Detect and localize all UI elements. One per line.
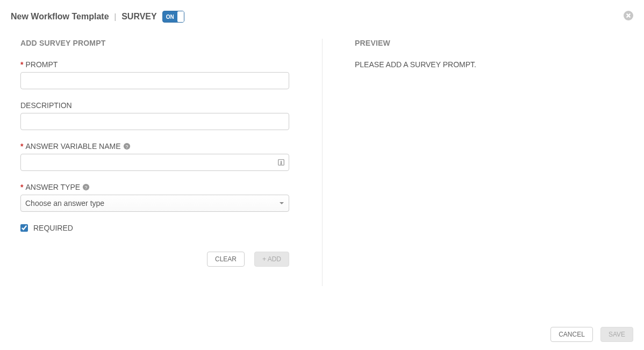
svg-text:?: ? [125,144,128,149]
survey-toggle[interactable]: ON [162,11,184,23]
answer-type-field: * ANSWER TYPE ? Choose an answer type [20,183,300,212]
description-label: DESCRIPTION [20,101,300,110]
add-button[interactable]: + ADD [254,252,289,267]
preview-section-title: PREVIEW [355,39,476,47]
prompt-input[interactable] [20,72,289,89]
form-column: ADD SURVEY PROMPT * PROMPT DESCRIPTION *… [11,39,323,286]
answer-variable-label: * ANSWER VARIABLE NAME ? [20,142,300,151]
answer-type-select[interactable]: Choose an answer type [20,195,289,212]
svg-text:?: ? [85,185,88,190]
clear-button[interactable]: CLEAR [207,252,245,267]
footer-button-row: CANCEL SAVE [550,327,633,342]
cancel-button[interactable]: CANCEL [550,327,593,342]
page-title: New Workflow Template [11,12,109,22]
breadcrumb-separator: | [115,12,117,21]
form-button-row: CLEAR + ADD [20,252,289,267]
description-input[interactable] [20,113,289,130]
save-button[interactable]: SAVE [600,327,633,342]
answer-variable-input[interactable] [20,154,289,171]
required-star: * [20,183,23,191]
close-icon[interactable] [624,11,633,20]
help-icon[interactable]: ? [123,142,131,150]
answer-variable-field: * ANSWER VARIABLE NAME ? [20,142,300,171]
toggle-label: ON [163,14,177,20]
description-field: DESCRIPTION [20,101,300,130]
breadcrumb-header: New Workflow Template | SURVEY ON [11,11,633,23]
prompt-field: * PROMPT [20,60,300,89]
answer-type-label: * ANSWER TYPE ? [20,183,300,191]
required-star: * [20,60,23,69]
preview-empty-message: PLEASE ADD A SURVEY PROMPT. [355,60,476,69]
toggle-knob [177,11,184,22]
help-icon[interactable]: ? [82,183,90,191]
prompt-label: * PROMPT [20,60,300,69]
page-subtitle: SURVEY [121,12,157,22]
preview-column: PREVIEW PLEASE ADD A SURVEY PROMPT. [323,39,476,286]
required-label: REQUIRED [33,224,73,232]
form-section-title: ADD SURVEY PROMPT [20,39,300,47]
required-star: * [20,142,23,151]
required-row: REQUIRED [20,224,300,232]
required-checkbox[interactable] [20,224,28,232]
content-area: ADD SURVEY PROMPT * PROMPT DESCRIPTION *… [11,39,633,286]
